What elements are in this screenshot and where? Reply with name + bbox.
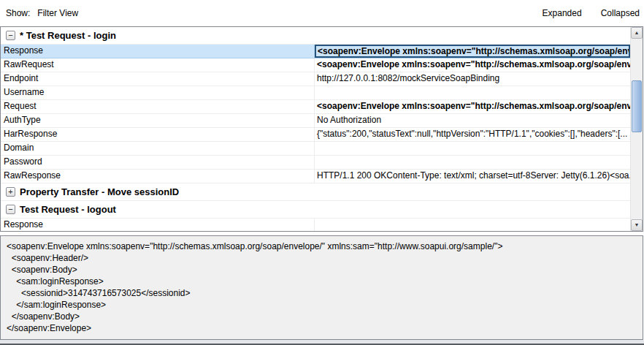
property-value[interactable]: HTTP/1.1 200 OKContent-Type: text/xml; c…	[315, 170, 630, 183]
properties-table: − * Test Request - login Response <soape…	[0, 26, 643, 232]
property-name[interactable]: Request	[1, 100, 315, 113]
property-value[interactable]	[315, 156, 630, 169]
property-value[interactable]	[315, 219, 630, 231]
table-row-request[interactable]: Request <soapenv:Envelope xmlns:soapenv=…	[1, 100, 630, 114]
property-name[interactable]: Endpoint	[1, 72, 315, 86]
table-row-rawresponse[interactable]: RawResponse HTTP/1.1 200 OKContent-Type:…	[1, 170, 630, 183]
property-name[interactable]: AuthType	[1, 114, 315, 127]
xml-line: </sam:loginResponse>	[7, 299, 637, 311]
xml-line: <sam:loginResponse>	[7, 276, 637, 287]
show-label: Show:	[6, 8, 30, 18]
scroll-down-icon[interactable]: ▼	[631, 219, 643, 231]
table-row-response-logout[interactable]: Response	[1, 219, 630, 231]
xml-line: <soapenv:Header/>	[7, 252, 637, 264]
table-row-domain[interactable]: Domain	[1, 142, 630, 156]
xml-line: <soapenv:Body>	[7, 264, 637, 276]
vertical-scrollbar[interactable]: ▲ ▼	[630, 27, 643, 231]
table-row-harresponse[interactable]: HarResponse {"status":200,"statusText":n…	[1, 128, 630, 142]
property-name[interactable]: RawRequest	[1, 58, 315, 72]
property-value[interactable]: {"status":200,"statusText":null,"httpVer…	[315, 128, 630, 141]
property-name[interactable]: RawResponse	[1, 170, 315, 183]
section-header-property-transfer[interactable]: + Property Transfer - Move sessionID	[1, 183, 630, 201]
table-row-response[interactable]: Response <soapenv:Envelope xmlns:soapenv…	[1, 45, 630, 58]
property-name[interactable]: Username	[1, 86, 315, 99]
xml-line: </soapenv:Body>	[7, 311, 637, 322]
properties-table-content: − * Test Request - login Response <soape…	[1, 27, 630, 231]
scroll-up-icon[interactable]: ▲	[631, 27, 643, 39]
property-value[interactable]	[315, 142, 630, 155]
property-value[interactable]	[315, 86, 630, 99]
table-row-password[interactable]: Password	[1, 156, 630, 170]
property-name[interactable]: Password	[1, 156, 315, 169]
table-row-rawrequest[interactable]: RawRequest <soapenv:Envelope xmlns:soape…	[1, 58, 630, 72]
property-value[interactable]: <soapenv:Envelope xmlns:soapenv="http://…	[315, 45, 630, 58]
section-header-test-request-logout[interactable]: − Test Request - logout	[1, 201, 630, 219]
collapse-icon[interactable]: −	[6, 205, 15, 214]
xml-response-viewer: <soapenv:Envelope xmlns:soapenv="http://…	[0, 235, 643, 340]
property-value[interactable]: No Authorization	[315, 114, 630, 127]
property-value[interactable]: http://127.0.0.1:8082/mockServiceSoapBin…	[315, 72, 630, 86]
property-name[interactable]: Domain	[1, 142, 315, 155]
property-name[interactable]: Response	[1, 45, 315, 58]
section-title: Property Transfer - Move sessionID	[20, 186, 179, 197]
xml-line: <soapenv:Envelope xmlns:soapenv="http://…	[7, 240, 637, 252]
property-name[interactable]: HarResponse	[1, 128, 315, 141]
toolbar: Show: Filter View Expanded Collapsed	[0, 0, 644, 26]
property-value[interactable]: <soapenv:Envelope xmlns:soapenv="http://…	[315, 100, 630, 113]
section-title: Test Request - logout	[20, 204, 116, 215]
section-title: * Test Request - login	[20, 30, 116, 41]
property-value[interactable]: <soapenv:Envelope xmlns:soapenv="http://…	[315, 58, 630, 72]
collapse-all-button[interactable]: Collapsed	[601, 8, 640, 18]
expand-icon[interactable]: +	[6, 187, 15, 197]
filter-view-selector[interactable]: Filter View	[37, 8, 78, 18]
section-header-test-request-login[interactable]: − * Test Request - login	[1, 27, 630, 45]
table-row-endpoint[interactable]: Endpoint http://127.0.0.1:8082/mockServi…	[1, 72, 630, 86]
xml-line: <sessionid>314743716573025</sessionid>	[7, 287, 637, 299]
xml-line: </soapenv:Envelope>	[7, 322, 637, 334]
collapse-icon[interactable]: −	[6, 31, 15, 40]
table-row-authtype[interactable]: AuthType No Authorization	[1, 114, 630, 128]
expand-all-button[interactable]: Expanded	[543, 8, 582, 18]
property-name[interactable]: Response	[1, 219, 315, 231]
table-row-username[interactable]: Username	[1, 86, 630, 100]
scrollbar-thumb[interactable]	[632, 80, 642, 132]
